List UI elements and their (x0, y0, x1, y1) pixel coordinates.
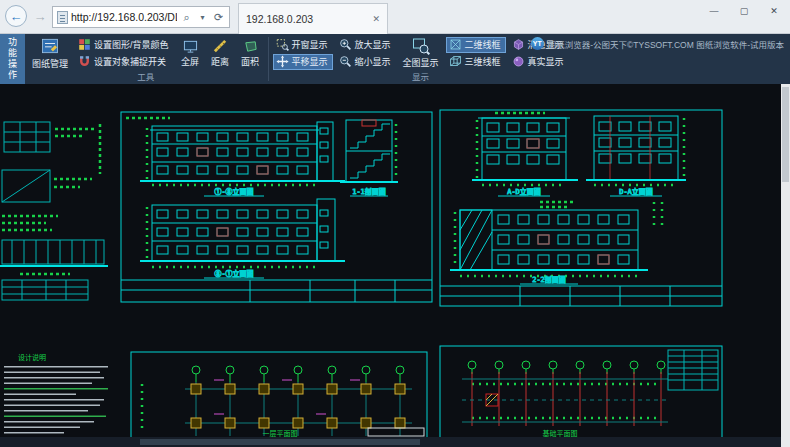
drawing-section-2 (450, 202, 662, 276)
zoom-all-icon (412, 37, 430, 55)
sheet-left-fragment (0, 122, 108, 300)
browser-tab[interactable]: 192.168.0.203 ✕ (238, 3, 388, 34)
page-icon (57, 11, 68, 24)
hidden-cube-icon (512, 38, 525, 51)
pan-icon (276, 55, 289, 68)
sheet-elevations-1: ①-⑧立面图 1-1剖面图 ⑧-①立面图 (121, 112, 432, 302)
sheet-notes: 设计说明 (4, 353, 108, 434)
drawing-elevation-c (472, 113, 578, 185)
sphere-icon (512, 55, 525, 68)
minimize-button[interactable]: — (699, 1, 729, 21)
ruler-icon (213, 39, 228, 54)
cad-viewport[interactable]: ①-⑧立面图 1-1剖面图 ⑧-①立面图 (0, 84, 781, 447)
main-area: ①-⑧立面图 1-1剖面图 ⑧-①立面图 (0, 84, 790, 447)
brand-text: 图纸浏览器-公图天下©TYSSOFT.COM 图纸浏览软件-试用版本 (548, 38, 784, 50)
caption-section-1: 1-1剖面图 (352, 187, 386, 196)
ribbon-group-display: 开窗显示 平移显示 放大显示 (270, 34, 572, 84)
group-label-tools: 工具 (28, 70, 264, 84)
ribbon: 功能操作 图纸管理 设置图形/背景颜色 (0, 34, 790, 84)
yt-logo: YT (531, 37, 544, 50)
ribbon-tab-operations[interactable]: 功能操作 (0, 34, 25, 84)
chevron-down-icon[interactable]: ▾ (196, 13, 209, 22)
back-button[interactable]: ← (5, 5, 27, 27)
group-label-display: 显示 (273, 70, 569, 84)
tab-close-icon[interactable]: ✕ (372, 14, 380, 24)
fullscreen-button[interactable]: 全屏 (177, 36, 204, 70)
vertical-scroll-thumb[interactable] (782, 87, 789, 182)
wireframe-2d-icon (449, 38, 462, 51)
drawing-manage-button[interactable]: 图纸管理 (28, 36, 72, 70)
zoom-in-button[interactable]: 放大显示 (336, 37, 396, 53)
caption-foundation-plan: 基础平面图 (543, 429, 578, 437)
drawing-stair-section (340, 120, 398, 182)
sheet-elevations-2: A-D立面图 D-A立面图 2-2剖面图 (440, 110, 722, 306)
caption-section-2: 2-2剖面图 (532, 275, 566, 284)
wireframe-3d-button[interactable]: 三维线框 (446, 54, 506, 70)
zoom-all-button[interactable]: 全图显示 (399, 36, 443, 70)
realistic-display-button[interactable]: 真实显示 (509, 54, 569, 70)
pan-button[interactable]: 平移显示 (273, 54, 333, 70)
distance-button[interactable]: 距离 (207, 36, 234, 70)
area-button[interactable]: 面积 (237, 36, 264, 70)
horizontal-scrollbar[interactable] (0, 437, 781, 447)
monitor-icon (183, 39, 198, 54)
refresh-icon[interactable]: ⟳ (212, 11, 225, 24)
zoom-out-button[interactable]: 缩小显示 (336, 54, 396, 70)
browser-window: ← → http://192.168.0.203/DLWeb/Applicati… (0, 0, 790, 447)
cad-canvas[interactable]: ①-⑧立面图 1-1剖面图 ⑧-①立面图 (0, 84, 781, 437)
search-icon[interactable]: ⌕ (180, 11, 193, 24)
zoom-window-icon (276, 38, 289, 51)
url-text[interactable]: http://192.168.0.203/DLWeb/Application/Y… (71, 11, 177, 23)
caption-elevation-d: D-A立面图 (619, 187, 653, 196)
wireframe-3d-icon (449, 55, 462, 68)
ribbon-separator (268, 37, 269, 81)
palette-icon (78, 38, 91, 51)
wireframe-2d-button[interactable]: 二维线框 (446, 37, 506, 53)
polygon-icon (243, 39, 258, 54)
caption-elevation-b: ⑧-①立面图 (214, 269, 253, 278)
osnap-toggle-button[interactable]: 设置对象捕捉开关 (75, 54, 174, 70)
horizontal-scroll-thumb[interactable] (140, 439, 420, 445)
tab-title: 192.168.0.203 (246, 13, 366, 25)
vertical-scrollbar[interactable] (781, 84, 790, 447)
caption-elevation-c: A-D立面图 (507, 187, 541, 196)
sheet-floor-plan: 一层平面图 (131, 352, 427, 437)
brand-area: YT 图纸浏览器-公图天下©TYSSOFT.COM 图纸浏览软件-试用版本 (531, 37, 784, 50)
drawing-elevation-a (140, 122, 345, 185)
zoom-out-icon (339, 55, 352, 68)
caption-floor-plan: 一层平面图 (263, 430, 298, 437)
ribbon-group-tools: 图纸管理 设置图形/背景颜色 设置对象捕捉开关 (25, 34, 267, 84)
drawing-elevation-d (586, 116, 686, 185)
magnet-icon (78, 55, 91, 68)
drawing-manage-icon (40, 36, 60, 56)
drawing-elevation-b (140, 199, 345, 267)
zoom-in-icon (339, 38, 352, 51)
address-bar[interactable]: http://192.168.0.203/DLWeb/Application/Y… (52, 6, 230, 28)
browser-chrome: ← → http://192.168.0.203/DLWeb/Applicati… (0, 0, 790, 34)
set-bg-color-button[interactable]: 设置图形/背景颜色 (75, 37, 174, 53)
zoom-window-button[interactable]: 开窗显示 (273, 37, 333, 53)
close-button[interactable]: ✕ (759, 1, 789, 21)
forward-button[interactable]: → (29, 5, 51, 27)
sheet-foundation-plan: 基础平面图 (440, 346, 722, 437)
maximize-button[interactable]: ▢ (729, 1, 759, 21)
caption-notes: 设计说明 (18, 353, 46, 362)
caption-elevation-a: ①-⑧立面图 (214, 187, 253, 196)
